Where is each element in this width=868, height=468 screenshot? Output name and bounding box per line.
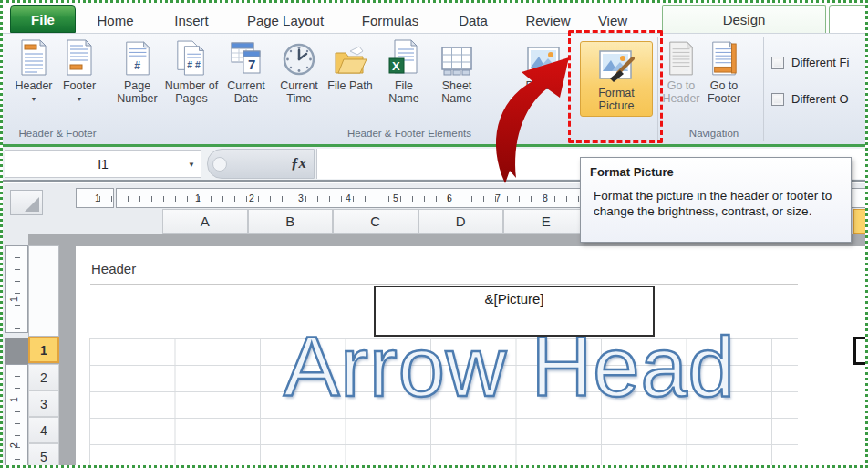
vertical-ruler: 1 2 <box>5 364 28 468</box>
ribbon: Header ▼ Footer ▼ Header & Footer <box>3 33 868 144</box>
vertical-ruler-margin: 1 <box>5 245 28 333</box>
tooltip-body: Format the picture in the header or foot… <box>594 188 842 219</box>
header-button-label: Header <box>16 79 53 92</box>
go-to-header-button[interactable]: Go to Header <box>661 36 701 105</box>
file-name-button[interactable]: X File Name <box>378 36 429 105</box>
row-header-5[interactable]: 5 <box>28 443 59 468</box>
tab-home[interactable]: Home <box>90 8 140 33</box>
current-date-label: Current Date <box>221 79 272 105</box>
row-header-3[interactable]: 3 <box>28 390 59 417</box>
tab-insert[interactable]: Insert <box>165 8 218 33</box>
row-header-4[interactable]: 4 <box>28 417 59 443</box>
ruler-number: 1 <box>8 397 19 402</box>
current-time-icon <box>282 36 316 77</box>
group-label-navigation: Navigation <box>689 128 739 139</box>
ruler-number: 7 <box>495 192 501 203</box>
file-path-button[interactable]: File Path <box>326 36 374 92</box>
go-to-header-label: Go to Header <box>661 79 701 105</box>
selected-cell-i1[interactable] <box>853 337 868 365</box>
header-picture-placeholder[interactable]: &[Picture] <box>374 286 655 337</box>
column-header-d[interactable]: D <box>418 209 504 234</box>
row-header-1[interactable]: 1 <box>28 337 59 363</box>
tab-design-active[interactable]: Design <box>662 5 826 33</box>
current-time-button[interactable]: Current Time <box>274 36 325 105</box>
header-dropdown-arrow[interactable]: ▼ <box>31 96 37 102</box>
sheet-name-icon <box>439 36 474 77</box>
format-picture-button[interactable]: Format Picture <box>580 41 653 117</box>
tab-page-layout[interactable]: Page Layout <box>242 8 329 33</box>
row-header-2[interactable]: 2 <box>28 364 59 390</box>
ruler-number: 2 <box>8 442 19 448</box>
ruler-number: 5 <box>393 192 398 203</box>
svg-text:X: X <box>392 59 400 73</box>
column-header-a[interactable]: A <box>162 209 248 234</box>
column-header-e[interactable]: E <box>503 209 589 234</box>
format-picture-tooltip: Format Picture Format the picture in the… <box>580 157 852 243</box>
tab-formulas[interactable]: Formulas <box>352 8 429 33</box>
group-separator <box>108 37 109 141</box>
header-button[interactable]: Header ▼ <box>12 36 56 102</box>
tab-view[interactable]: View <box>594 8 632 33</box>
file-path-icon <box>332 36 368 77</box>
header-doc-icon <box>18 36 49 77</box>
insert-function-icon[interactable]: ƒx <box>291 154 306 172</box>
current-time-label: Current Time <box>274 79 325 105</box>
number-of-pages-label: Number of Pages <box>164 79 219 105</box>
ruler-number: 1 <box>8 296 19 302</box>
ruler-number: 2 <box>249 192 254 203</box>
footer-button-label: Footer <box>63 79 96 92</box>
number-of-pages-button[interactable]: # # Number of Pages <box>164 36 219 105</box>
go-to-footer-button[interactable]: Go to Footer <box>703 36 745 105</box>
splitter-dot-icon[interactable] <box>212 157 227 172</box>
tab-review[interactable]: Review <box>521 8 575 33</box>
column-header-selected[interactable] <box>853 209 868 234</box>
tab-file[interactable]: File <box>10 5 76 33</box>
ruler-ticks <box>15 246 20 332</box>
select-all-triangle-icon <box>25 197 39 212</box>
excel-window: File Home Insert Page Layout Formulas Da… <box>0 0 868 468</box>
checkbox-icon[interactable] <box>771 93 784 106</box>
name-box[interactable]: I1 <box>5 150 202 178</box>
current-date-icon: 7 <box>230 36 263 77</box>
ruler-number: 1 <box>95 192 100 203</box>
column-header-c[interactable]: C <box>333 209 418 234</box>
header-divider-line <box>90 284 798 285</box>
page-number-button[interactable]: # Page Number <box>112 36 162 105</box>
name-box-dropdown-icon[interactable]: ▼ <box>188 161 195 169</box>
number-of-pages-icon: # # <box>175 36 208 77</box>
ribbon-tab-strip: File Home Insert Page Layout Formulas Da… <box>3 3 868 33</box>
tab-data[interactable]: Data <box>451 8 495 33</box>
formula-bar-pill: ƒx <box>207 149 315 179</box>
file-path-label: File Path <box>327 79 372 92</box>
different-first-page-checkbox-row[interactable]: Different Fi <box>771 56 849 69</box>
go-to-footer-icon <box>709 36 739 77</box>
select-all-button[interactable] <box>10 190 43 215</box>
ruler-active-row-notch <box>5 338 28 364</box>
sheet-name-label: Sheet Name <box>431 79 482 105</box>
current-date-button[interactable]: 7 Current Date <box>221 36 272 105</box>
ruler-number: 1 <box>195 192 201 203</box>
different-first-page-label: Different Fi <box>791 56 849 69</box>
picture-button[interactable]: Picture <box>516 36 571 92</box>
svg-text:7: 7 <box>248 57 255 72</box>
go-to-header-icon <box>666 36 696 77</box>
picture-icon <box>526 36 561 77</box>
footer-button[interactable]: Footer ▼ <box>57 36 101 102</box>
go-to-footer-label: Go to Footer <box>703 79 745 105</box>
file-name-label: File Name <box>378 79 429 105</box>
format-picture-label: Format Picture <box>584 87 648 112</box>
picture-placeholder-text: &[Picture] <box>376 291 653 307</box>
page-number-icon: # <box>123 36 152 77</box>
svg-text:#: # <box>134 59 140 72</box>
file-name-icon: X <box>388 36 420 77</box>
format-picture-icon <box>598 44 635 84</box>
page-header-label: Header <box>91 261 136 276</box>
checkbox-icon[interactable] <box>771 57 784 69</box>
footer-dropdown-arrow[interactable]: ▼ <box>77 96 83 102</box>
horizontal-ruler-margin: 1 <box>76 188 114 208</box>
ruler-number: 4 <box>346 192 351 203</box>
row-header-margin-zone <box>28 245 59 337</box>
different-odd-even-checkbox-row[interactable]: Different O <box>771 92 849 106</box>
column-header-b[interactable]: B <box>248 209 334 234</box>
sheet-name-button[interactable]: Sheet Name <box>431 36 482 105</box>
